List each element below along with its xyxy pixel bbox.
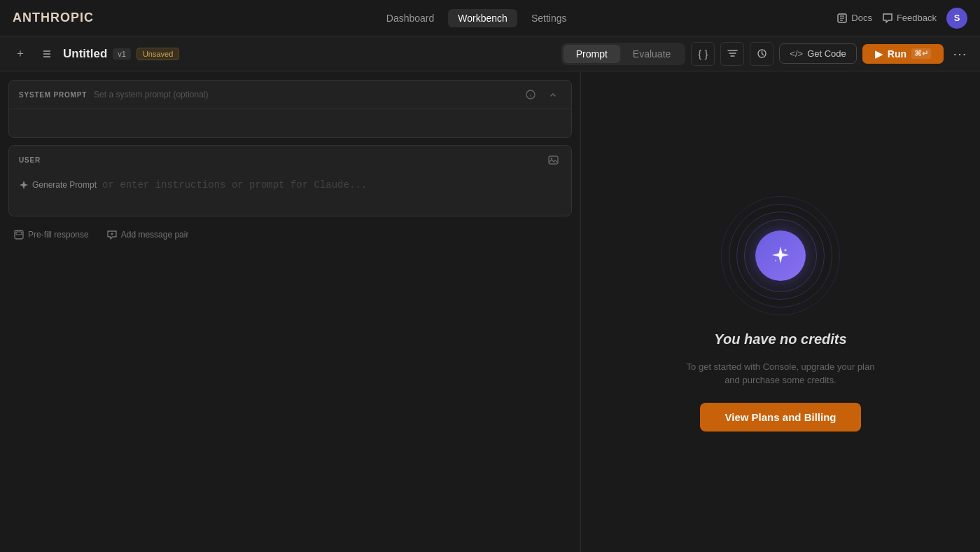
sparkle-icon (769, 244, 792, 268)
run-button[interactable]: ▶ Run ⌘↵ (862, 44, 944, 64)
generate-prompt-label: Generate Prompt (32, 180, 97, 190)
nav-workbench[interactable]: Workbench (448, 9, 517, 27)
expand-icon (548, 90, 558, 99)
add-message-label: Add message pair (121, 230, 189, 240)
system-prompt-hint: Set a system prompt (optional) (94, 90, 208, 99)
add-icon: ＋ (15, 46, 26, 61)
nav-settings[interactable]: Settings (522, 9, 577, 27)
toolbar-actions: { } </> Get Code ▶ Run ⌘↵ ⋯ (691, 42, 970, 66)
more-options-button[interactable]: ⋯ (949, 43, 970, 64)
rings-visual (718, 193, 844, 319)
feedback-button[interactable]: Feedback (882, 13, 937, 24)
system-prompt-info-button[interactable]: i (522, 86, 539, 103)
run-play-icon: ▶ (875, 48, 883, 60)
nav-dashboard[interactable]: Dashboard (377, 9, 444, 27)
right-panel: You have no credits To get started with … (581, 71, 980, 552)
docs-icon (836, 13, 848, 24)
system-prompt-box: SYSTEM PROMPT Set a system prompt (optio… (8, 80, 572, 138)
no-credits-container: You have no credits To get started with … (682, 193, 878, 432)
more-icon: ⋯ (953, 46, 967, 62)
unsaved-badge: Unsaved (136, 48, 179, 60)
system-prompt-header: SYSTEM PROMPT Set a system prompt (optio… (9, 81, 571, 109)
get-code-label: Get Code (807, 48, 846, 59)
svg-point-11 (550, 158, 552, 159)
version-badge: v1 (113, 48, 131, 60)
image-icon (548, 155, 559, 165)
get-code-button[interactable]: </> Get Code (779, 43, 856, 64)
user-prompt-header: USER (9, 146, 571, 174)
svg-point-16 (785, 249, 787, 251)
system-prompt-header-right: i (522, 86, 561, 103)
bottom-actions: Pre-fill response Add message pair (8, 223, 572, 246)
svg-text:i: i (530, 92, 531, 99)
top-navigation: ANTHROPIC Dashboard Workbench Settings D… (0, 0, 980, 36)
run-label: Run (888, 48, 906, 60)
add-message-pair-button[interactable]: Add message pair (102, 226, 195, 243)
user-avatar[interactable]: S (946, 8, 967, 29)
system-prompt-body[interactable] (9, 109, 571, 137)
json-icon: { } (698, 48, 708, 60)
document-title: Untitled (63, 47, 107, 61)
filter-button[interactable] (720, 42, 744, 66)
user-placeholder: or enter instructions or prompt for Clau… (102, 179, 367, 191)
user-prompt-box: USER Generate Prompt (8, 145, 572, 216)
filter-icon (727, 48, 738, 59)
history-icon (757, 48, 767, 59)
generate-icon (19, 180, 29, 190)
docs-button[interactable]: Docs (836, 13, 872, 24)
list-button[interactable] (36, 43, 57, 64)
tab-evaluate[interactable]: Evaluate (620, 45, 683, 63)
view-plans-button[interactable]: View Plans and Billing (700, 403, 862, 432)
system-prompt-label: SYSTEM PROMPT (19, 91, 87, 99)
toolbar-left: ＋ Untitled v1 Unsaved (10, 43, 556, 64)
generate-prompt-button[interactable]: Generate Prompt (19, 180, 97, 190)
nav-right-actions: Docs Feedback S (836, 8, 967, 29)
list-icon (41, 48, 52, 60)
json-button[interactable]: { } (691, 42, 715, 66)
main-layout: SYSTEM PROMPT Set a system prompt (optio… (0, 71, 980, 552)
run-shortcut: ⌘↵ (911, 48, 931, 59)
code-icon: </> (790, 48, 803, 59)
generate-row: Generate Prompt or enter instructions or… (19, 179, 561, 191)
prompt-tab-group: Prompt Evaluate (561, 43, 686, 65)
tab-prompt[interactable]: Prompt (564, 45, 620, 63)
nav-links: Dashboard Workbench Settings (116, 9, 836, 27)
anthropic-logo: ANTHROPIC (13, 11, 94, 25)
pre-fill-icon (14, 230, 24, 240)
no-credits-description: To get started with Console, upgrade you… (682, 360, 878, 387)
svg-rect-13 (16, 232, 22, 235)
left-panel: SYSTEM PROMPT Set a system prompt (optio… (0, 71, 581, 552)
user-label: USER (19, 156, 41, 164)
user-image-button[interactable] (545, 151, 561, 168)
svg-rect-10 (549, 156, 558, 164)
svg-point-17 (775, 259, 776, 261)
info-icon: i (526, 90, 536, 99)
pre-fill-label: Pre-fill response (28, 230, 89, 240)
no-credits-title: You have no credits (714, 331, 846, 347)
system-prompt-expand-button[interactable] (545, 86, 561, 103)
add-message-icon (107, 230, 117, 240)
pre-fill-response-button[interactable]: Pre-fill response (8, 226, 94, 243)
add-button[interactable]: ＋ (10, 43, 31, 64)
workbench-toolbar: ＋ Untitled v1 Unsaved Prompt Evaluate { … (0, 36, 980, 71)
sparkle-icon-circle (755, 230, 806, 281)
system-prompt-header-left: SYSTEM PROMPT Set a system prompt (optio… (19, 90, 208, 99)
user-prompt-body[interactable]: Generate Prompt or enter instructions or… (9, 174, 571, 216)
history-button[interactable] (750, 42, 774, 66)
feedback-icon (882, 13, 893, 24)
